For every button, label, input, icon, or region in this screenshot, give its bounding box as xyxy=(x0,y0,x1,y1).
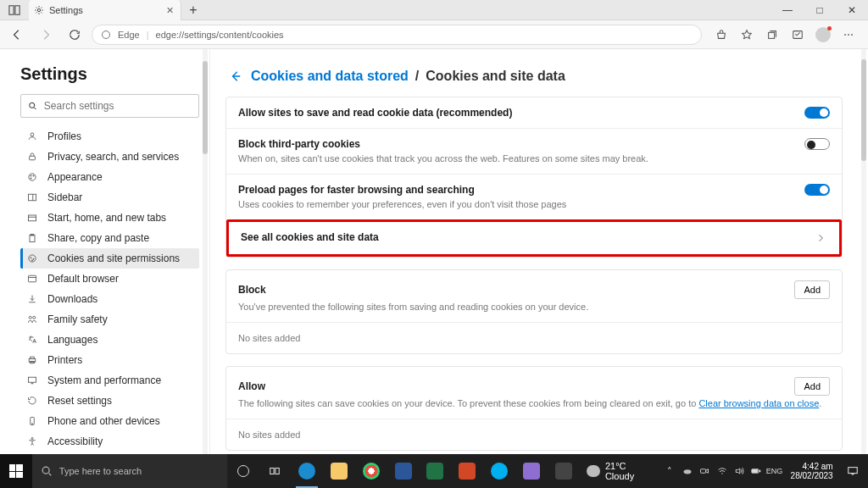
allow-add-button[interactable]: Add xyxy=(794,377,830,396)
family-icon xyxy=(25,313,39,326)
block-section-title: Block xyxy=(238,284,266,296)
refresh-button[interactable] xyxy=(63,23,86,47)
svg-point-22 xyxy=(29,316,31,319)
taskbar-app-screenshot[interactable] xyxy=(515,454,548,488)
cookie-icon xyxy=(25,252,39,265)
taskbar-app-powerpoint[interactable] xyxy=(451,454,483,488)
svg-rect-15 xyxy=(30,235,35,241)
taskbar-search[interactable]: Type here to search xyxy=(32,454,227,488)
toggle-block-third-party[interactable] xyxy=(804,138,830,150)
volume-icon[interactable] xyxy=(732,466,746,476)
sidebar-item-system[interactable]: System and performance xyxy=(20,370,199,391)
sidebar-item-accessibility[interactable]: Accessibility xyxy=(20,431,199,452)
sidebar-item-sidebar[interactable]: Sidebar xyxy=(20,187,199,208)
main-scrollbar[interactable] xyxy=(861,49,866,454)
profile-avatar[interactable] xyxy=(812,24,834,46)
task-view-icon[interactable] xyxy=(259,454,291,488)
search-input[interactable] xyxy=(44,100,192,112)
favorite-icon[interactable] xyxy=(736,24,758,46)
svg-rect-38 xyxy=(760,470,760,472)
sidebar-item-cookies[interactable]: Cookies and site permissions xyxy=(20,248,199,269)
tab-close-icon[interactable]: ✕ xyxy=(164,4,175,16)
svg-point-9 xyxy=(29,174,36,180)
sidebar-item-appearance[interactable]: Appearance xyxy=(20,167,199,187)
block-add-button[interactable]: Add xyxy=(794,280,830,299)
sidebar-item-family[interactable]: Family safety xyxy=(20,309,199,330)
shop-icon[interactable] xyxy=(710,24,732,46)
gear-icon xyxy=(34,5,44,15)
allow-empty-label: No sites added xyxy=(226,419,842,450)
main-panel: Cookies and data stored / Cookies and si… xyxy=(210,49,868,454)
person-icon xyxy=(25,130,39,143)
sidebar-item-phone[interactable]: Phone and other devices xyxy=(20,411,199,431)
taskbar-app-edge[interactable] xyxy=(291,454,323,488)
breadcrumb-back-button[interactable] xyxy=(227,68,244,85)
cortana-icon[interactable] xyxy=(227,454,259,488)
new-tab-button[interactable]: + xyxy=(181,0,205,19)
sidebar-item-reset[interactable]: Reset settings xyxy=(20,391,199,411)
sidebar-item-printers[interactable]: Printers xyxy=(20,350,199,370)
wifi-icon[interactable] xyxy=(715,466,728,476)
maximize-button[interactable]: □ xyxy=(804,0,836,19)
meet-now-icon[interactable] xyxy=(698,466,711,476)
action-center-icon[interactable] xyxy=(842,465,865,477)
accessibility-icon xyxy=(25,435,39,448)
browser-tab[interactable]: Settings ✕ xyxy=(29,0,181,20)
allow-sites-card: Allow Add The following sites can save c… xyxy=(225,366,843,451)
start-button[interactable] xyxy=(0,454,32,488)
toolbar-right: ⋯ xyxy=(707,24,863,46)
collections-icon[interactable] xyxy=(761,24,783,46)
sidebar-item-languages[interactable]: Languages xyxy=(20,330,199,350)
minimize-button[interactable]: — xyxy=(771,0,804,19)
sidebar-nav: Profiles Privacy, search, and services A… xyxy=(20,126,199,454)
taskbar-app-skype[interactable] xyxy=(483,454,515,488)
back-button[interactable] xyxy=(5,23,29,47)
sidebar-scrollbar[interactable] xyxy=(203,49,208,454)
windows-taskbar: Type here to search 21°C Cloudy ˄ ENG 4:… xyxy=(0,454,868,488)
svg-rect-8 xyxy=(30,156,36,160)
svg-point-30 xyxy=(31,438,33,440)
sidebar-item-downloads[interactable]: Downloads xyxy=(20,289,199,309)
clear-browsing-link[interactable]: Clear browsing data on close xyxy=(698,398,819,408)
url-field[interactable]: Edge | edge://settings/content/cookies xyxy=(92,25,702,45)
taskbar-app-chrome[interactable] xyxy=(355,454,387,488)
svg-rect-34 xyxy=(275,469,279,474)
block-empty-label: No sites added xyxy=(226,323,842,353)
weather-widget[interactable]: 21°C Cloudy xyxy=(580,454,659,488)
svg-point-3 xyxy=(103,30,110,38)
svg-rect-21 xyxy=(29,275,36,282)
toggle-allow-save-read[interactable] xyxy=(804,107,830,119)
tab-actions-icon[interactable] xyxy=(0,0,29,19)
onedrive-icon[interactable] xyxy=(680,466,693,476)
sidebar-item-share[interactable]: Share, copy and paste xyxy=(20,228,199,248)
sidebar-item-start[interactable]: Start, home, and new tabs xyxy=(20,208,199,228)
breadcrumb: Cookies and data stored / Cookies and si… xyxy=(225,68,843,85)
taskbar-app-explorer[interactable] xyxy=(323,454,355,488)
breadcrumb-parent-link[interactable]: Cookies and data stored xyxy=(251,69,409,84)
search-icon xyxy=(28,101,37,111)
toggle-preload-pages[interactable] xyxy=(804,184,830,196)
panel-icon xyxy=(25,191,39,204)
taskbar-app-word[interactable] xyxy=(387,454,420,488)
svg-point-12 xyxy=(31,178,31,179)
browser-essentials-icon[interactable] xyxy=(787,24,809,46)
language-indicator[interactable]: ENG xyxy=(767,467,782,475)
taskbar-app-snip[interactable] xyxy=(548,454,580,488)
setting-preload-pages: Preload pages for faster browsing and se… xyxy=(226,174,842,219)
sidebar-item-profiles[interactable]: Profiles xyxy=(20,126,199,147)
settings-search[interactable] xyxy=(20,94,199,118)
svg-point-19 xyxy=(33,258,34,259)
block-sites-card: Block Add You've prevented the following… xyxy=(225,269,843,354)
see-all-cookies-row[interactable]: See all cookies and site data xyxy=(229,222,839,254)
tray-chevron-icon[interactable]: ˄ xyxy=(663,466,676,477)
close-window-button[interactable]: ✕ xyxy=(836,0,868,19)
taskbar-clock[interactable]: 4:42 am 28/02/2023 xyxy=(786,462,838,480)
system-tray: 21°C Cloudy ˄ ENG 4:42 am 28/02/2023 xyxy=(580,454,868,488)
sidebar-item-default-browser[interactable]: Default browser xyxy=(20,269,199,289)
battery-icon[interactable] xyxy=(749,466,763,476)
reset-icon xyxy=(25,394,39,408)
sidebar-item-privacy[interactable]: Privacy, search, and services xyxy=(20,147,199,167)
taskbar-app-excel[interactable] xyxy=(420,454,452,488)
search-icon xyxy=(41,465,53,477)
more-menu-icon[interactable]: ⋯ xyxy=(837,24,860,46)
